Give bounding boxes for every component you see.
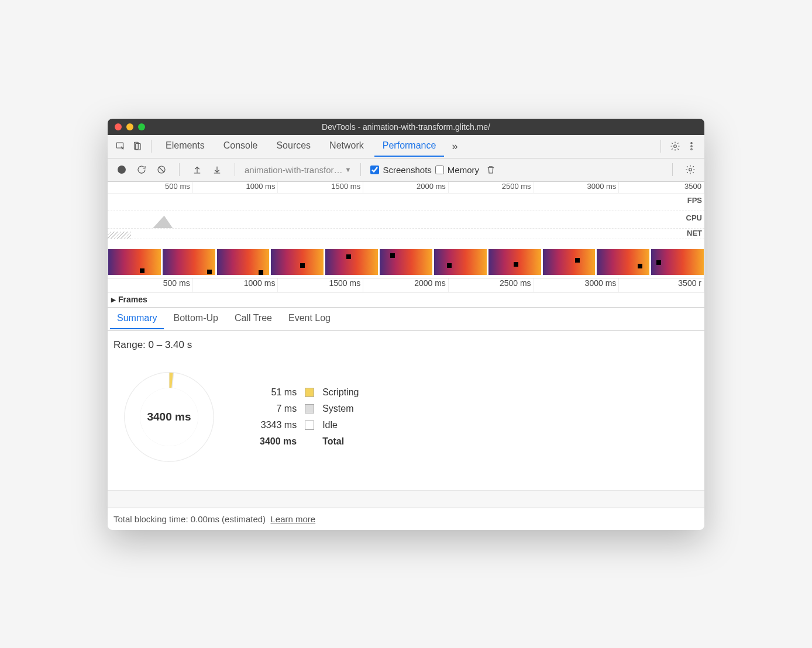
settings-gear-icon[interactable] xyxy=(667,138,683,154)
titlebar: DevTools - animation-with-transform.glit… xyxy=(108,119,704,135)
screenshot-thumbnail[interactable] xyxy=(270,249,324,275)
legend-swatch-idle xyxy=(305,420,314,430)
reload-record-icon[interactable] xyxy=(133,161,150,178)
tabs-right xyxy=(655,138,700,154)
ruler-tick: 3500 r xyxy=(619,278,704,292)
screenshot-thumbnail[interactable] xyxy=(379,249,433,275)
subtab-event-log[interactable]: Event Log xyxy=(281,308,338,329)
ruler-tick: 3000 ms xyxy=(534,182,620,193)
ruler-tick: 2000 ms xyxy=(363,278,449,292)
memory-label: Memory xyxy=(448,165,479,175)
ruler-tick: 1000 ms xyxy=(193,278,278,292)
range-label: Range: 0 – 3.40 s xyxy=(113,339,699,351)
legend-label: System xyxy=(322,404,359,414)
chevron-down-icon: ▼ xyxy=(345,166,352,173)
ruler-tick: 2500 ms xyxy=(449,278,534,292)
cpu-lane-label: CPU xyxy=(686,213,702,222)
net-activity-icon xyxy=(108,232,131,239)
summary-legend: 51 msScripting7 msSystem3343 msIdle3400 … xyxy=(260,387,359,447)
legend-total-value: 3400 ms xyxy=(260,436,297,447)
legend-label: Idle xyxy=(322,420,359,430)
tab-performance[interactable]: Performance xyxy=(374,136,445,157)
main-tabs: Elements Console Sources Network Perform… xyxy=(157,136,463,157)
animated-element-icon xyxy=(346,254,351,259)
screenshot-thumbnail[interactable] xyxy=(216,249,270,275)
frames-track-header[interactable]: ▶ Frames xyxy=(108,292,704,308)
performance-toolbar: animation-with-transfor… ▼ Screenshots M… xyxy=(108,158,704,182)
ruler-tick: 1500 ms xyxy=(278,278,363,292)
donut-center-value: 3400 ms xyxy=(113,361,225,473)
cpu-lane: CPU xyxy=(108,211,704,229)
separator xyxy=(179,163,180,176)
tab-network[interactable]: Network xyxy=(321,136,372,157)
separator xyxy=(151,140,152,153)
ruler-tick: 1000 ms xyxy=(193,182,278,193)
svg-point-4 xyxy=(691,143,692,144)
disclosure-triangle-icon: ▶ xyxy=(111,297,116,303)
separator xyxy=(235,163,235,176)
subtab-call-tree[interactable]: Call Tree xyxy=(228,308,279,329)
main-tabs-bar: Elements Console Sources Network Perform… xyxy=(108,135,704,158)
net-lane-label: NET xyxy=(687,229,702,237)
screenshot-thumbnail[interactable] xyxy=(542,249,596,275)
tab-elements[interactable]: Elements xyxy=(157,136,213,157)
animated-element-icon xyxy=(514,262,518,267)
fps-lane: FPS xyxy=(108,194,704,211)
net-lane: NET xyxy=(108,229,704,239)
separator xyxy=(672,163,673,176)
animated-element-icon xyxy=(300,263,305,268)
inspect-element-icon[interactable] xyxy=(112,138,129,154)
subtab-summary[interactable]: Summary xyxy=(110,308,164,329)
memory-checkbox-input[interactable] xyxy=(435,166,444,174)
ruler-tick: 2000 ms xyxy=(363,182,449,193)
screenshot-thumbnail[interactable] xyxy=(596,249,650,275)
screenshots-checkbox[interactable]: Screenshots xyxy=(370,165,431,175)
legend-swatch-scripting xyxy=(305,388,314,397)
tab-console[interactable]: Console xyxy=(215,136,266,157)
fps-lane-label: FPS xyxy=(687,196,702,205)
more-tabs-icon[interactable]: » xyxy=(446,138,463,154)
screenshot-thumbnail[interactable] xyxy=(433,249,487,275)
svg-point-6 xyxy=(691,149,692,150)
clear-icon[interactable] xyxy=(153,161,170,178)
screenshots-strip xyxy=(108,246,704,278)
capture-settings-gear-icon[interactable] xyxy=(682,161,699,178)
legend-value: 51 ms xyxy=(260,387,297,398)
window-title: DevTools - animation-with-transform.glit… xyxy=(108,122,704,132)
ruler-tick: 3500 xyxy=(619,182,704,193)
legend-value: 3343 ms xyxy=(260,420,297,430)
screenshot-thumbnail[interactable] xyxy=(108,249,161,275)
download-profile-icon[interactable] xyxy=(209,161,225,178)
animated-element-icon xyxy=(447,263,452,268)
kebab-menu-icon[interactable] xyxy=(683,138,700,154)
profile-select[interactable]: animation-with-transfor… ▼ xyxy=(245,165,351,175)
animated-element-icon xyxy=(656,260,661,265)
record-button[interactable] xyxy=(113,161,130,178)
screenshot-thumbnail[interactable] xyxy=(651,249,704,275)
tab-sources[interactable]: Sources xyxy=(268,136,319,157)
subtab-bottom-up[interactable]: Bottom-Up xyxy=(166,308,225,329)
animated-element-icon xyxy=(390,253,395,258)
frames-ruler[interactable]: 500 ms 1000 ms 1500 ms 2000 ms 2500 ms 3… xyxy=(108,278,704,292)
timeline-overview[interactable]: 500 ms 1000 ms 1500 ms 2000 ms 2500 ms 3… xyxy=(108,182,704,278)
screenshot-thumbnail[interactable] xyxy=(325,249,379,275)
separator xyxy=(660,140,661,153)
screenshot-thumbnail[interactable] xyxy=(488,249,542,275)
memory-checkbox[interactable]: Memory xyxy=(435,165,479,175)
delete-profile-icon[interactable] xyxy=(483,161,499,178)
upload-profile-icon[interactable] xyxy=(189,161,205,178)
overview-ruler: 500 ms 1000 ms 1500 ms 2000 ms 2500 ms 3… xyxy=(108,182,704,194)
footer-gap xyxy=(108,490,704,508)
device-toggle-icon[interactable] xyxy=(129,138,145,154)
screenshots-checkbox-input[interactable] xyxy=(370,166,379,174)
screenshot-thumbnail[interactable] xyxy=(162,249,216,275)
separator xyxy=(360,163,361,176)
ruler-tick: 500 ms xyxy=(108,182,193,193)
learn-more-link[interactable]: Learn more xyxy=(270,514,315,524)
legend-total-label: Total xyxy=(322,436,359,447)
svg-rect-0 xyxy=(116,143,123,148)
ruler-tick: 2500 ms xyxy=(449,182,534,193)
svg-point-3 xyxy=(674,145,677,148)
frames-label: Frames xyxy=(118,295,147,304)
screenshots-label: Screenshots xyxy=(383,165,431,175)
